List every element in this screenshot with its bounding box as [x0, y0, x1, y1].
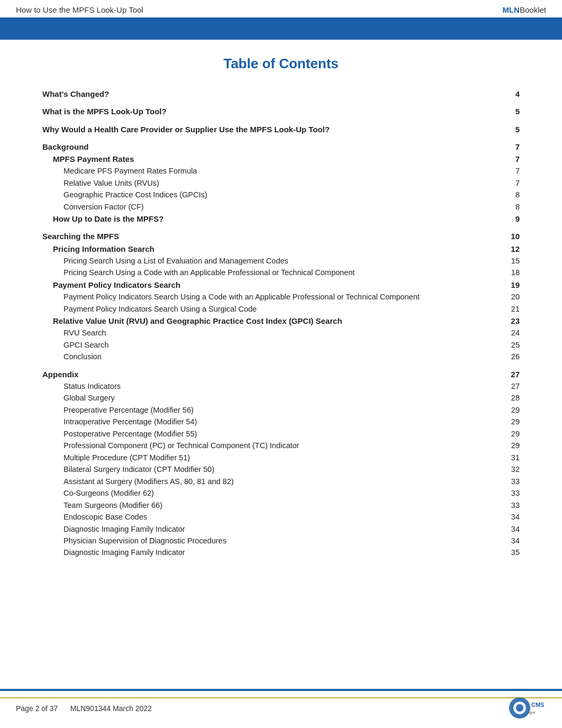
toc-entry-text: Team Surgeons (Modifier 66)	[42, 499, 490, 511]
main-content: Table of Contents What's Changed?4What i…	[0, 40, 562, 580]
toc-entry-page: 24	[490, 327, 520, 339]
toc-entry: Relative Value Unit (RVU) and Geographic…	[42, 315, 520, 327]
toc-entry-page: 33	[490, 476, 520, 487]
toc-entry-text: Relative Value Unit (RVU) and Geographic…	[42, 315, 500, 327]
toc-entry-text: Searching the MPFS	[42, 230, 504, 242]
toc-entry-page: 10	[504, 230, 520, 242]
toc-entry-text: Status Indicators	[42, 380, 490, 392]
toc-entry-page: 34	[490, 535, 520, 547]
toc-entry-page: 5	[504, 123, 520, 135]
toc-entry: Global Surgery28	[42, 392, 520, 404]
toc-entry-text: Pricing Search Using a Code with an Appl…	[42, 267, 490, 278]
svg-text:CMS: CMS	[531, 702, 544, 708]
toc-entry: GPCI Search25	[42, 339, 520, 351]
toc-entry: Co-Surgeons (Modifier 62)33	[42, 487, 520, 499]
toc-entry-page: 20	[490, 291, 520, 303]
toc-entry-page: 29	[490, 416, 520, 427]
toc-entry-text: Multiple Procedure (CPT Modifier 51)	[42, 452, 490, 463]
toc-entry-page: 26	[490, 351, 520, 362]
toc-entry-page: 33	[490, 487, 520, 499]
toc-entry-page: 4	[504, 88, 520, 100]
toc-entry: Intraoperative Percentage (Modifier 54)2…	[42, 416, 520, 427]
toc-entry: What's Changed?4	[42, 88, 520, 100]
page-header: How to Use the MPFS Look-Up Tool MLN Boo…	[0, 0, 562, 20]
toc-entry-page: 19	[500, 279, 520, 291]
toc-entry: Conversion Factor (CF)8	[42, 201, 520, 213]
header-mln-label: MLN	[502, 5, 520, 14]
toc-entry-text: Physician Supervision of Diagnostic Proc…	[42, 535, 490, 547]
toc-entry-page: 23	[500, 315, 520, 327]
svg-text:gov: gov	[529, 711, 536, 715]
toc-entry: Diagnostic Imaging Family Indicator34	[42, 523, 520, 535]
toc-title: Table of Contents	[42, 56, 520, 72]
toc-entry: Team Surgeons (Modifier 66)33	[42, 499, 520, 511]
toc-entry: Background7	[42, 141, 520, 153]
toc-container: What's Changed?4What is the MPFS Look-Up…	[42, 88, 520, 559]
footer-text: Page 2 of 37 MLN901344 March 2022	[16, 704, 152, 713]
toc-entry-text: Diagnostic Imaging Family Indicator	[42, 523, 490, 535]
toc-entry-text: Global Surgery	[42, 392, 490, 404]
toc-entry: Pricing Search Using a Code with an Appl…	[42, 267, 520, 278]
toc-entry-page: 21	[490, 303, 520, 315]
footer-band-top	[0, 689, 562, 691]
toc-entry: Searching the MPFS10	[42, 230, 520, 242]
toc-entry-text: Pricing Search Using a List of Evaluatio…	[42, 255, 490, 267]
toc-entry-text: GPCI Search	[42, 339, 490, 351]
toc-entry: Postoperative Percentage (Modifier 55)29	[42, 428, 520, 440]
toc-entry: Medicare PFS Payment Rates Formula7	[42, 165, 520, 177]
toc-entry: Bilateral Surgery Indicator (CPT Modifie…	[42, 463, 520, 475]
toc-entry-text: Payment Policy Indicators Search	[42, 279, 500, 291]
toc-entry: Physician Supervision of Diagnostic Proc…	[42, 535, 520, 547]
cms-logo: CMS gov	[504, 696, 546, 720]
toc-entry-page: 5	[504, 105, 520, 117]
toc-entry-page: 27	[490, 380, 520, 392]
header-brand: MLN Booklet	[502, 5, 546, 14]
toc-entry-text: Conversion Factor (CF)	[42, 201, 494, 213]
footer-doc-info: MLN901344 March 2022	[70, 704, 152, 713]
toc-entry-page: 35	[490, 547, 520, 558]
toc-entry-page: 7	[504, 153, 520, 165]
toc-entry-text: Background	[42, 141, 504, 153]
toc-entry-text: Assistant at Surgery (Modifiers AS, 80, …	[42, 476, 490, 487]
toc-entry: Professional Component (PC) or Technical…	[42, 440, 520, 451]
toc-entry-text: Payment Policy Indicators Search Using a…	[42, 291, 490, 303]
toc-entry-page: 25	[490, 339, 520, 351]
toc-entry: Assistant at Surgery (Modifiers AS, 80, …	[42, 476, 520, 487]
toc-entry-page: 32	[490, 463, 520, 475]
toc-entry-text: Professional Component (PC) or Technical…	[42, 440, 490, 451]
toc-entry: What is the MPFS Look-Up Tool?5	[42, 105, 520, 117]
toc-entry-page: 34	[490, 511, 520, 523]
toc-entry-page: 31	[490, 452, 520, 463]
toc-entry-page: 9	[504, 213, 520, 225]
toc-entry-page: 29	[490, 440, 520, 451]
toc-entry-text: Why Would a Health Care Provider or Supp…	[42, 123, 504, 135]
toc-entry-text: Intraoperative Percentage (Modifier 54)	[42, 416, 490, 427]
toc-entry: Payment Policy Indicators Search Using a…	[42, 303, 520, 315]
toc-entry-page: 7	[494, 177, 520, 189]
toc-entry-page: 7	[504, 141, 520, 153]
toc-entry-page: 8	[494, 189, 520, 201]
toc-entry-text: Co-Surgeons (Modifier 62)	[42, 487, 490, 499]
toc-entry-page: 27	[504, 368, 520, 380]
toc-entry-text: What's Changed?	[42, 88, 504, 100]
header-booklet-label: Booklet	[520, 5, 546, 14]
toc-entry: RVU Search24	[42, 327, 520, 339]
toc-entry: Relative Value Units (RVUs)7	[42, 177, 520, 189]
toc-entry-page: 8	[494, 201, 520, 213]
toc-entry: How Up to Date is the MPFS?9	[42, 213, 520, 225]
toc-entry-text: Postoperative Percentage (Modifier 55)	[42, 428, 490, 440]
toc-entry: Why Would a Health Care Provider or Supp…	[42, 123, 520, 135]
toc-entry-text: Bilateral Surgery Indicator (CPT Modifie…	[42, 463, 490, 475]
toc-entry: Pricing Information Search12	[42, 243, 520, 255]
svg-point-2	[516, 704, 523, 712]
toc-entry-page: 34	[490, 523, 520, 535]
toc-entry-page: 33	[490, 499, 520, 511]
toc-entry: Pricing Search Using a List of Evaluatio…	[42, 255, 520, 267]
toc-entry-text: Appendix	[42, 368, 504, 380]
toc-entry-text: Conclusion	[42, 351, 490, 362]
toc-entry-text: Preoperative Percentage (Modifier 56)	[42, 404, 490, 416]
page-footer: Page 2 of 37 MLN901344 March 2022 CMS go…	[0, 696, 562, 720]
toc-entry-text: Payment Policy Indicators Search Using a…	[42, 303, 490, 315]
toc-entry-page: 12	[500, 243, 520, 255]
toc-entry: Status Indicators27	[42, 380, 520, 392]
